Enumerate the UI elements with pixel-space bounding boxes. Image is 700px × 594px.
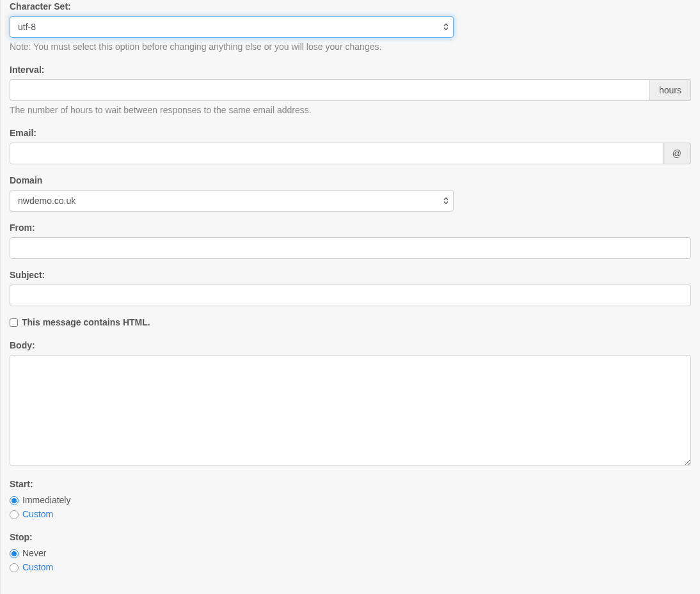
start-option-custom[interactable]: Custom [10, 508, 691, 521]
start-radio-custom-label: Custom [22, 508, 53, 521]
character-set-help: Note: You must select this option before… [10, 40, 691, 54]
start-group: Start: Immediately Custom [10, 478, 691, 521]
email-addon: @ [664, 143, 691, 164]
stop-radio-never[interactable] [10, 549, 19, 558]
autoresponder-form: Character Set: utf-8 Note: You must sele… [0, 0, 700, 594]
stop-radio-custom-label: Custom [22, 561, 53, 574]
stop-radio-custom[interactable] [10, 563, 19, 572]
body-textarea[interactable] [10, 355, 691, 466]
domain-select[interactable]: nwdemo.co.uk [10, 190, 454, 212]
stop-option-never[interactable]: Never [10, 547, 691, 560]
email-label: Email: [10, 127, 691, 139]
from-input[interactable] [10, 237, 691, 259]
email-input[interactable] [10, 143, 664, 164]
from-group: From: [10, 221, 691, 259]
email-group: Email: @ [10, 127, 691, 164]
start-radio-custom[interactable] [10, 510, 19, 519]
subject-input[interactable] [10, 285, 691, 306]
stop-group: Stop: Never Custom [10, 531, 691, 574]
interval-input[interactable] [10, 79, 650, 101]
start-option-immediately[interactable]: Immediately [10, 494, 691, 507]
email-input-group: @ [10, 143, 691, 164]
interval-label: Interval: [10, 63, 691, 76]
stop-option-custom[interactable]: Custom [10, 561, 691, 574]
domain-select-wrap: nwdemo.co.uk [10, 190, 454, 212]
body-label: Body: [10, 339, 691, 352]
character-set-select[interactable]: utf-8 [10, 16, 454, 38]
html-checkbox-label: This message contains HTML. [22, 316, 150, 329]
html-checkbox[interactable] [10, 318, 18, 327]
interval-group: Interval: hours The number of hours to w… [10, 63, 691, 117]
stop-radio-never-label: Never [22, 547, 46, 560]
interval-input-group: hours [10, 79, 691, 101]
stop-label: Stop: [10, 531, 691, 543]
character-set-select-wrap: utf-8 [10, 16, 454, 38]
from-label: From: [10, 221, 691, 234]
start-radio-immediately-label: Immediately [22, 494, 70, 507]
html-checkbox-group: This message contains HTML. [10, 316, 691, 329]
character-set-group: Character Set: utf-8 Note: You must sele… [10, 0, 691, 54]
subject-label: Subject: [10, 269, 691, 281]
domain-group: Domain nwdemo.co.uk [10, 174, 691, 212]
start-label: Start: [10, 478, 691, 490]
domain-label: Domain [10, 174, 691, 187]
character-set-label: Character Set: [10, 0, 691, 13]
body-group: Body: [10, 339, 691, 468]
start-radio-immediately[interactable] [10, 496, 19, 505]
subject-group: Subject: [10, 269, 691, 306]
interval-help: The number of hours to wait between resp… [10, 104, 691, 117]
start-options: Immediately Custom [10, 494, 691, 521]
interval-addon: hours [650, 79, 691, 101]
stop-options: Never Custom [10, 547, 691, 574]
